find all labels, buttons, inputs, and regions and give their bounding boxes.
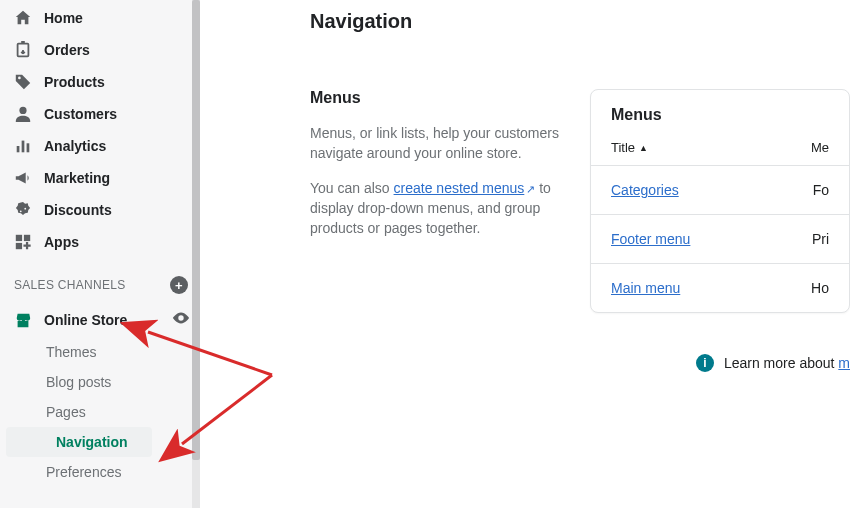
subnav-navigation[interactable]: Navigation — [6, 427, 152, 457]
subnav-blog-posts[interactable]: Blog posts — [0, 367, 200, 397]
menu-row: Main menu Ho — [591, 264, 849, 312]
menu-link-footer[interactable]: Footer menu — [611, 231, 812, 247]
person-icon — [14, 105, 36, 123]
sidebar: Home Orders Products Customers Analytics… — [0, 0, 200, 508]
page-title: Navigation — [310, 10, 850, 33]
subnav-themes[interactable]: Themes — [0, 337, 200, 367]
column-title-header[interactable]: Title ▲ — [611, 140, 811, 155]
menus-heading: Menus — [310, 89, 562, 107]
nav-label: Online Store — [44, 312, 127, 328]
svg-rect-5 — [16, 235, 22, 241]
nav-label: Orders — [44, 42, 90, 58]
menu-items-cell: Ho — [811, 280, 829, 296]
svg-rect-6 — [24, 235, 30, 241]
home-icon — [14, 9, 36, 27]
subnav-pages[interactable]: Pages — [0, 397, 200, 427]
learn-more-link[interactable]: m — [838, 355, 850, 371]
nav-online-store[interactable]: Online Store — [0, 302, 200, 337]
sales-channels-header: SALES CHANNELS + — [0, 258, 200, 302]
subnav-preferences[interactable]: Preferences — [0, 457, 200, 487]
menu-link-categories[interactable]: Categories — [611, 182, 813, 198]
nav-orders[interactable]: Orders — [0, 34, 200, 66]
nav-label: Apps — [44, 234, 79, 250]
nav-label: Discounts — [44, 202, 112, 218]
svg-point-1 — [19, 107, 26, 114]
svg-rect-7 — [16, 243, 22, 249]
discount-icon — [14, 201, 36, 219]
menu-items-cell: Pri — [812, 231, 829, 247]
menu-items-cell: Fo — [813, 182, 829, 198]
add-channel-button[interactable]: + — [170, 276, 188, 294]
section-label: SALES CHANNELS — [14, 278, 126, 292]
menu-row: Categories Fo — [591, 166, 849, 215]
nav-label: Home — [44, 10, 83, 26]
bars-icon — [14, 137, 36, 155]
nav-discounts[interactable]: Discounts — [0, 194, 200, 226]
menu-link-main[interactable]: Main menu — [611, 280, 811, 296]
card-columns-row: Title ▲ Me — [591, 128, 849, 166]
nav-label: Marketing — [44, 170, 110, 186]
orders-icon — [14, 41, 36, 59]
nav-label: Analytics — [44, 138, 106, 154]
menus-paragraph-1: Menus, or link lists, help your customer… — [310, 123, 562, 164]
apps-icon — [14, 233, 36, 251]
nav-analytics[interactable]: Analytics — [0, 130, 200, 162]
card-heading: Menus — [591, 90, 849, 128]
megaphone-icon — [14, 169, 36, 187]
external-link-icon: ↗ — [526, 183, 535, 195]
menu-row: Footer menu Pri — [591, 215, 849, 264]
svg-rect-2 — [17, 146, 20, 152]
column-items-header[interactable]: Me — [811, 140, 829, 155]
store-icon — [14, 311, 36, 329]
svg-rect-3 — [22, 141, 25, 153]
sort-asc-icon: ▲ — [639, 143, 648, 153]
menus-paragraph-2: You can also create nested menus↗ to dis… — [310, 178, 562, 239]
menus-card: Menus Title ▲ Me Categories Fo Footer me… — [590, 89, 850, 313]
nav-marketing[interactable]: Marketing — [0, 162, 200, 194]
scrollbar-thumb[interactable] — [192, 0, 200, 460]
learn-more-footer: i Learn more about m — [696, 354, 850, 372]
nav-products[interactable]: Products — [0, 66, 200, 98]
nav-home[interactable]: Home — [0, 2, 200, 34]
tag-icon — [14, 73, 36, 91]
create-nested-menus-link[interactable]: create nested menus — [394, 180, 525, 196]
info-icon: i — [696, 354, 714, 372]
nav-label: Customers — [44, 106, 117, 122]
nav-apps[interactable]: Apps — [0, 226, 200, 258]
svg-rect-4 — [27, 143, 30, 152]
eye-icon[interactable] — [172, 309, 190, 330]
nav-label: Products — [44, 74, 105, 90]
menus-description: Menus Menus, or link lists, help your cu… — [310, 89, 590, 252]
nav-customers[interactable]: Customers — [0, 98, 200, 130]
main-content: Navigation Menus Menus, or link lists, h… — [200, 0, 850, 508]
